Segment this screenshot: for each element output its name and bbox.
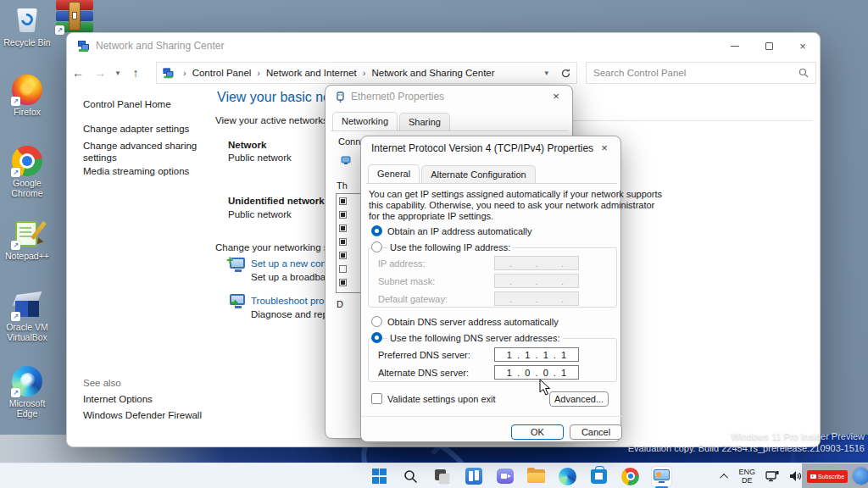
volume-tray-icon[interactable] xyxy=(789,470,802,482)
desktop: Recycle Bin ↗ ↗ Firefox ↗ Google Chrome … xyxy=(0,0,868,488)
desktop-icon-recycle-bin[interactable]: Recycle Bin xyxy=(0,5,54,47)
back-button[interactable]: ← xyxy=(67,66,89,80)
close-icon[interactable]: × xyxy=(545,90,567,105)
cancel-button[interactable]: Cancel xyxy=(570,424,622,440)
history-dropdown-icon[interactable]: ▾ xyxy=(111,69,125,77)
tab-sharing[interactable]: Sharing xyxy=(399,113,450,130)
tab-networking[interactable]: Networking xyxy=(332,112,398,131)
shortcut-arrow-icon: ↗ xyxy=(11,168,20,177)
ethernet-dialog-title: Ethernet0 Properties xyxy=(351,91,444,103)
language-indicator[interactable]: ENG DE xyxy=(738,468,755,485)
network-name: Unidentified network xyxy=(228,196,325,206)
validate-checkbox-unchecked[interactable] xyxy=(371,393,382,404)
desktop-icon-virtualbox[interactable]: ↗ Oracle VM VirtualBox xyxy=(0,290,54,342)
chat-button[interactable] xyxy=(495,467,515,486)
breadcrumb-network-internet[interactable]: Network and Internet xyxy=(266,68,357,78)
taskbar-search-button[interactable] xyxy=(401,467,420,486)
sidebar-change-adapter-settings[interactable]: Change adapter settings xyxy=(83,124,189,134)
desktop-icon-label: Notepad++ xyxy=(0,251,54,261)
checkbox-checked-icon[interactable] xyxy=(339,238,347,246)
advanced-button[interactable]: Advanced... xyxy=(549,391,609,407)
windows-logo-icon xyxy=(372,469,387,484)
widgets-button[interactable] xyxy=(464,467,483,486)
shortcut-arrow-icon: ↗ xyxy=(11,388,20,397)
task-view-button[interactable] xyxy=(432,467,452,486)
desktop-icon-label: Microsoft Edge xyxy=(0,398,54,419)
intro-text-line3: for the appropriate IP settings. xyxy=(369,211,493,221)
maximize-button[interactable] xyxy=(752,33,786,58)
setup-new-connection-link[interactable]: Set up a new conn xyxy=(251,258,331,269)
radio-use-ip-label[interactable]: Use the following IP address: xyxy=(387,242,513,252)
address-dropdown-icon[interactable]: ▾ xyxy=(544,69,548,77)
ethernet-dialog-titlebar[interactable]: Ethernet0 Properties × xyxy=(326,86,572,108)
edge-button[interactable] xyxy=(558,467,577,486)
network-name: Network xyxy=(228,140,266,150)
widgets-icon xyxy=(465,468,482,485)
checkbox-checked-icon[interactable] xyxy=(339,197,347,205)
ok-button[interactable]: OK xyxy=(511,424,564,440)
desktop-icon-label: Google Chrome xyxy=(0,178,54,198)
tray-overflow-chevron-icon[interactable] xyxy=(721,473,729,481)
radio-use-dns-selected[interactable] xyxy=(371,332,382,343)
radio-obtain-ip-label[interactable]: Obtain an IP address automatically xyxy=(387,226,531,236)
checkbox-checked-icon[interactable] xyxy=(339,279,347,286)
troubleshoot-desc: Diagnose and rep xyxy=(251,309,328,319)
address-bar[interactable]: › Control Panel › Network and Internet ›… xyxy=(156,62,577,84)
radio-use-dns-label[interactable]: Use the following DNS server addresses: xyxy=(387,333,563,343)
sidebar-change-advanced-sharing[interactable]: Change advanced sharing settings xyxy=(83,140,210,164)
desktop-icon-google-chrome[interactable]: ↗ Google Chrome xyxy=(0,146,54,198)
firefox-icon: ↗ xyxy=(12,75,42,105)
breadcrumb-control-panel[interactable]: Control Panel xyxy=(192,68,252,78)
breadcrumb-network-sharing[interactable]: Network and Sharing Center xyxy=(371,68,494,78)
desktop-icon-firefox[interactable]: ↗ Firefox xyxy=(0,75,54,117)
checkbox-checked-icon[interactable] xyxy=(339,211,347,219)
file-explorer-button[interactable] xyxy=(526,467,546,486)
tab-general[interactable]: General xyxy=(368,164,420,184)
chrome-button[interactable] xyxy=(620,467,640,486)
ipv4-dialog-titlebar[interactable]: Internet Protocol Version 4 (TCP/IPv4) P… xyxy=(361,136,620,160)
change-networking-settings-label: Change your networking set xyxy=(215,242,337,252)
youtube-play-icon xyxy=(810,474,816,479)
ipv4-properties-dialog: Internet Protocol Version 4 (TCP/IPv4) P… xyxy=(360,136,621,442)
network-tray-icon[interactable] xyxy=(765,470,779,482)
sidebar-internet-options[interactable]: Internet Options xyxy=(83,394,153,404)
adapter-icon xyxy=(341,155,351,165)
close-icon[interactable]: × xyxy=(593,141,615,157)
validate-label[interactable]: Validate settings upon exit xyxy=(387,394,496,404)
alternate-dns-label: Alternate DNS server: xyxy=(378,368,469,378)
chrome-icon: ↗ xyxy=(12,146,42,176)
winrar-icon: ↗ xyxy=(56,0,93,34)
microsoft-store-button[interactable] xyxy=(589,467,609,486)
radio-obtain-dns-unselected[interactable] xyxy=(371,316,382,327)
control-panel-window-button[interactable] xyxy=(652,467,671,486)
window-titlebar[interactable]: Network and Sharing Center × xyxy=(67,33,820,58)
subscribe-button: Subscribe xyxy=(807,470,848,483)
desktop-icon-microsoft-edge[interactable]: ↗ Microsoft Edge xyxy=(0,366,54,419)
checkbox-checked-icon[interactable] xyxy=(339,225,347,232)
desktop-icon-notepad-plus-plus[interactable]: ↗ Notepad++ xyxy=(0,219,54,261)
ip-address-label: IP address: xyxy=(378,258,425,269)
tab-alternate-configuration[interactable]: Alternate Configuration xyxy=(421,165,536,183)
troubleshoot-problems-link[interactable]: Troubleshoot prob xyxy=(251,296,330,306)
radio-obtain-ip-selected[interactable] xyxy=(371,225,382,236)
forward-button[interactable]: → xyxy=(89,66,111,80)
channel-avatar xyxy=(853,468,868,485)
refresh-icon[interactable] xyxy=(560,68,571,79)
minimize-button[interactable] xyxy=(718,33,752,58)
start-button[interactable] xyxy=(370,467,389,486)
checkbox-checked-icon[interactable] xyxy=(339,252,347,259)
sidebar-control-panel-home[interactable]: Control Panel Home xyxy=(83,99,171,109)
desktop-icon-winrar[interactable]: ↗ xyxy=(53,0,97,36)
preferred-dns-field[interactable]: 1 . 1 . 1 . 1 xyxy=(494,347,579,362)
sidebar-windows-defender-firewall[interactable]: Windows Defender Firewall xyxy=(83,410,202,420)
search-icon[interactable] xyxy=(798,68,809,78)
sidebar-media-streaming-options[interactable]: Media streaming options xyxy=(83,166,189,176)
radio-use-ip-unselected[interactable] xyxy=(371,241,382,252)
alternate-dns-field[interactable]: 1 . 0 . 0 . 1 xyxy=(494,365,579,380)
up-button[interactable]: ↑ xyxy=(125,66,147,80)
search-box[interactable] xyxy=(586,62,816,84)
close-button[interactable]: × xyxy=(786,33,820,58)
radio-obtain-dns-label[interactable]: Obtain DNS server address automatically xyxy=(387,317,559,327)
search-input[interactable] xyxy=(593,68,798,78)
checkbox-unchecked-icon[interactable] xyxy=(339,265,347,273)
